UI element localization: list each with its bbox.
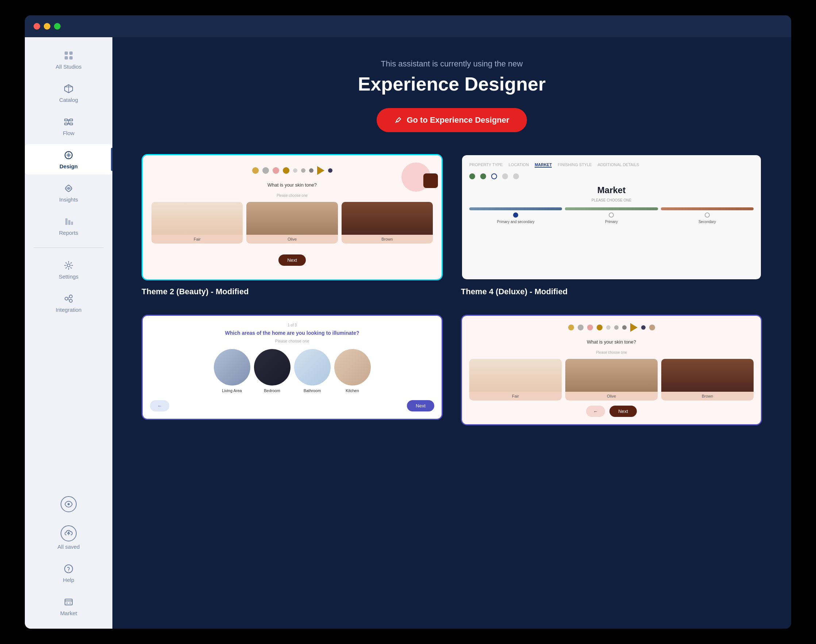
photo2-brown: [661, 359, 753, 392]
sidebar-item-market[interactable]: Market: [25, 591, 112, 621]
theme-label-beauty: Theme 2 (Beauty) - Modified: [142, 287, 442, 296]
sidebar-divider: [34, 247, 104, 248]
content-area: This assistant is currently using the ne…: [112, 37, 791, 629]
theme-label-deluxe: Theme 4 (Deluxe) - Modified: [461, 287, 762, 296]
dot-navy: [328, 168, 332, 173]
close-button[interactable]: [34, 23, 40, 29]
insights-icon: [63, 182, 75, 194]
svg-rect-17: [68, 220, 70, 225]
minimize-button[interactable]: [44, 23, 51, 29]
sidebar: All Studios Catalog: [25, 37, 112, 629]
sidebar-item-preview[interactable]: [25, 491, 112, 517]
sidebar-label-all-studios: All Studios: [56, 63, 82, 70]
step-tabs: PROPERTY TYPE LOCATION MARKET FINISHING …: [469, 163, 753, 167]
lighting-next-button[interactable]: Next: [407, 400, 434, 411]
lighting-item-living[interactable]: Living Area: [214, 349, 250, 393]
svg-rect-6: [64, 123, 67, 125]
grid-icon: [63, 50, 75, 61]
photo2-fair: [469, 359, 562, 392]
lighting-label-bathroom: Bathroom: [304, 388, 321, 393]
sidebar-item-help[interactable]: Help: [25, 558, 112, 588]
title-bar: [25, 15, 791, 37]
market-photo-3: [661, 207, 753, 210]
dot2-gray: [578, 325, 583, 330]
maximize-button[interactable]: [54, 23, 61, 29]
photo-card-fair[interactable]: Fair: [152, 202, 243, 244]
choose-label: PLEASE CHOOSE ONE: [469, 198, 753, 202]
svg-point-22: [69, 299, 72, 302]
banner: This assistant is currently using the ne…: [142, 59, 762, 132]
sidebar-label-integration: Integration: [56, 307, 82, 313]
svg-line-24: [68, 299, 69, 301]
integration-icon: [63, 293, 75, 305]
sidebar-item-insights[interactable]: Insights: [25, 178, 112, 208]
photo2-card-fair[interactable]: Fair: [469, 359, 562, 400]
lighting-label-living: Living Area: [222, 388, 242, 393]
svg-rect-1: [69, 52, 73, 55]
step-dot-2: [480, 173, 486, 179]
market-option-primary[interactable]: Primary: [565, 207, 658, 224]
sidebar-label-market: Market: [60, 610, 77, 616]
flow-icon: [63, 116, 75, 128]
lighting-item-kitchen[interactable]: Kitchen: [334, 349, 371, 393]
svg-point-26: [64, 565, 73, 573]
sidebar-label-insights: Insights: [59, 196, 78, 202]
dot2-gold: [568, 325, 574, 330]
lighting-progress: 1 of 3: [150, 323, 434, 327]
lighting-item-bathroom[interactable]: Bathroom: [294, 349, 331, 393]
theme-preview-beauty2[interactable]: What is your skin tone? Please choose on…: [461, 315, 762, 425]
dot2-navy: [641, 325, 646, 330]
lighting-item-bedroom[interactable]: Bedroom: [254, 349, 291, 393]
svg-rect-16: [65, 218, 67, 225]
dot-gold: [252, 167, 259, 174]
beauty2-back-button[interactable]: ←: [586, 406, 605, 417]
market-photo-1: [469, 207, 562, 210]
sidebar-item-reports[interactable]: Reports: [25, 211, 112, 241]
design-icon: [63, 149, 75, 161]
photo-brown: [341, 202, 433, 235]
sidebar-item-integration[interactable]: Integration: [25, 288, 112, 318]
dot2-pink: [587, 325, 593, 330]
beauty-next-button[interactable]: Next: [279, 255, 306, 266]
triangle-arrow: [317, 166, 325, 175]
theme-preview-lighting[interactable]: 1 of 3 Which areas of the home are you l…: [142, 315, 442, 420]
market-option-primary-secondary[interactable]: Primary and secondary: [469, 207, 562, 224]
svg-rect-30: [69, 603, 71, 604]
sidebar-item-flow[interactable]: Flow: [25, 111, 112, 141]
experience-designer-button[interactable]: Go to Experience Designer: [377, 108, 527, 132]
cloud-icon: [61, 525, 77, 541]
sidebar-item-design[interactable]: Design: [25, 144, 112, 175]
lighting-grid: Living Area Bedroom Bathroom: [150, 349, 434, 393]
photo-card-olive[interactable]: Olive: [246, 202, 338, 244]
step-dot-5: [513, 173, 519, 179]
sidebar-label-reports: Reports: [59, 230, 78, 236]
dot-gray: [262, 167, 269, 174]
beauty-mockup: What is your skin tone? Please choose on…: [143, 155, 442, 279]
photo-label-fair: Fair: [152, 235, 243, 244]
sidebar-label-settings: Settings: [59, 273, 78, 280]
dot-pink: [273, 167, 279, 174]
beauty2-next-button[interactable]: Next: [609, 406, 637, 417]
svg-point-27: [68, 570, 69, 571]
settings-icon: [63, 259, 75, 271]
theme-preview-deluxe[interactable]: PROPERTY TYPE LOCATION MARKET FINISHING …: [461, 154, 762, 281]
radio-primary: [609, 213, 614, 218]
sidebar-item-settings[interactable]: Settings: [25, 255, 112, 285]
decorative-brown-square: [423, 173, 438, 188]
deluxe-mockup: PROPERTY TYPE LOCATION MARKET FINISHING …: [462, 155, 761, 279]
photo2-olive: [565, 359, 658, 392]
lighting-back-button[interactable]: ←: [150, 400, 169, 411]
market-option-secondary[interactable]: Secondary: [661, 207, 753, 224]
photo-card-brown[interactable]: Brown: [341, 202, 433, 244]
photo2-card-olive[interactable]: Olive: [565, 359, 658, 400]
theme-preview-beauty[interactable]: What is your skin tone? Please choose on…: [142, 154, 442, 281]
triangle2-arrow: [630, 323, 638, 332]
dot2-gray-sm: [614, 325, 619, 330]
sidebar-item-all-saved[interactable]: All saved: [25, 520, 112, 555]
experience-designer-button-label: Go to Experience Designer: [407, 115, 509, 125]
step-tab-location: LOCATION: [509, 163, 529, 167]
sidebar-item-catalog[interactable]: Catalog: [25, 78, 112, 108]
photo2-card-brown[interactable]: Brown: [661, 359, 753, 400]
eye-icon: [61, 496, 77, 512]
sidebar-item-all-studios[interactable]: All Studios: [25, 44, 112, 75]
